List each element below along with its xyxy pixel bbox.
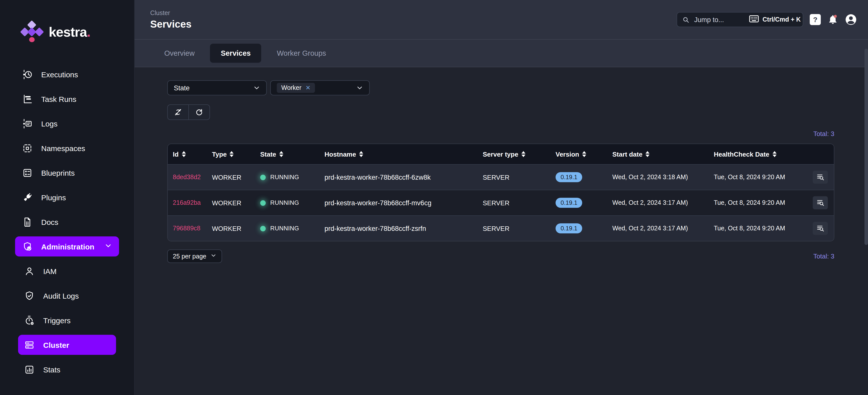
state-filter-select[interactable]: State (167, 80, 267, 95)
checkbox-list-icon (22, 167, 33, 178)
user-menu-button[interactable] (845, 13, 857, 26)
service-state: RUNNING (260, 174, 324, 181)
kestra-app: Cluster Services Ctrl/Cmd + K (0, 0, 868, 395)
topbar-actions: Ctrl/Cmd + K ? (677, 12, 857, 27)
main-area: Cluster Services Ctrl/Cmd + K (135, 0, 868, 395)
scrollbar-thumb[interactable] (865, 49, 868, 245)
sort-icon (182, 151, 186, 157)
sidebar-item-stats[interactable]: Stats (18, 359, 116, 380)
service-hostname: prd-kestra-worker-78b68ccff-mv6cg (324, 199, 483, 206)
page-title: Services (150, 18, 192, 30)
view-logs-button[interactable] (813, 222, 828, 235)
kestra-logo-icon (21, 21, 43, 43)
sidebar-item-triggers[interactable]: Triggers (18, 310, 116, 330)
column-header-version[interactable]: Version (556, 150, 612, 158)
service-version: 0.19.1 (556, 198, 612, 208)
jump-to-input[interactable] (693, 15, 745, 24)
service-type: WORKER (212, 173, 260, 181)
worker-tag-label: Worker (281, 84, 301, 91)
table-row: 796889c8 WORKER RUNNING prd-kestra-worke… (168, 215, 834, 241)
shield-account-icon (22, 241, 33, 252)
selection-icon (22, 143, 33, 153)
timeline-text-icon (22, 118, 33, 129)
version-badge: 0.19.1 (556, 223, 583, 233)
column-header-server-type[interactable]: Server type (483, 150, 556, 158)
auto-refresh-off-button[interactable] (167, 104, 189, 120)
service-hostname: prd-kestra-worker-78b68ccff-zsrfn (324, 225, 483, 232)
service-id-link[interactable]: 8ded38d2 (168, 174, 212, 181)
tab-services[interactable]: Services (210, 44, 261, 63)
sort-icon (279, 151, 283, 157)
sort-icon (646, 151, 650, 157)
sidebar-item-task-runs[interactable]: Task Runs (15, 89, 119, 109)
chart-box-icon (24, 364, 35, 375)
notification-dot (834, 15, 837, 18)
file-document-icon (22, 217, 33, 227)
sidebar-item-label: Plugins (41, 193, 66, 201)
chevron-down-icon (104, 242, 112, 251)
refresh-icon (195, 108, 204, 117)
tab-overview[interactable]: Overview (154, 44, 205, 63)
sidebar-item-docs[interactable]: Docs (15, 212, 119, 232)
kestra-logo[interactable]: kestra. (0, 0, 134, 64)
row-actions (813, 171, 834, 184)
text-search-icon (816, 198, 825, 207)
column-header-id[interactable]: Id (168, 150, 212, 158)
sidebar-item-namespaces[interactable]: Namespaces (15, 138, 119, 158)
sync-off-icon (174, 108, 182, 117)
notifications-button[interactable] (827, 14, 838, 25)
service-healthcheck-date: Tue, Oct 8, 2024 9:20 AM (714, 225, 813, 232)
tab-worker-groups[interactable]: Worker Groups (266, 44, 337, 63)
refresh-button[interactable] (188, 104, 210, 120)
sidebar-item-executions[interactable]: Executions (15, 64, 119, 84)
sidebar-item-label: Logs (41, 119, 58, 128)
service-version: 0.19.1 (556, 223, 612, 233)
column-header-start-date[interactable]: Start date (612, 150, 714, 158)
worker-filter-select[interactable]: Worker ✕ (270, 80, 370, 95)
running-dot-icon (260, 226, 266, 231)
sidebar-item-label: Stats (43, 365, 60, 374)
service-healthcheck-date: Tue, Oct 8, 2024 9:20 AM (714, 174, 813, 181)
jump-to-search[interactable]: Ctrl/Cmd + K (677, 12, 803, 27)
remove-tag-icon[interactable]: ✕ (305, 85, 310, 91)
content-area: State Worker ✕ (135, 67, 868, 263)
column-header-type[interactable]: Type (212, 150, 260, 158)
sidebar-item-label: Namespaces (41, 144, 85, 152)
column-header-healthcheck-date[interactable]: HealthCheck Date (714, 150, 813, 158)
service-id-link[interactable]: 216a92ba (168, 199, 212, 206)
account-outline-icon (24, 266, 35, 276)
per-page-select[interactable]: 25 per page (167, 250, 222, 263)
column-header-state[interactable]: State (260, 150, 324, 158)
sidebar-item-label: Docs (41, 218, 58, 226)
column-header-hostname[interactable]: Hostname (324, 150, 483, 158)
sidebar-item-administration[interactable]: Administration (15, 236, 119, 257)
sidebar-item-label: Triggers (43, 316, 70, 325)
sort-icon (359, 151, 363, 157)
sidebar-item-iam[interactable]: IAM (18, 261, 116, 281)
help-button[interactable]: ? (810, 14, 821, 25)
service-server-type: SERVER (483, 199, 556, 206)
service-state: RUNNING (260, 225, 324, 232)
service-id-link[interactable]: 796889c8 (168, 225, 212, 232)
filters: State Worker ✕ (167, 80, 834, 95)
sidebar-item-cluster[interactable]: Cluster (18, 335, 116, 355)
text-search-icon (816, 224, 825, 233)
sidebar-item-blueprints[interactable]: Blueprints (15, 163, 119, 183)
breadcrumb: Cluster (150, 9, 192, 16)
chevron-down-icon (356, 84, 363, 91)
worker-filter-tag: Worker ✕ (277, 83, 315, 93)
row-actions (813, 196, 834, 209)
running-dot-icon (260, 200, 266, 205)
sidebar-item-audit-logs[interactable]: Audit Logs (18, 286, 116, 306)
bell-icon (827, 14, 838, 25)
view-logs-button[interactable] (813, 196, 828, 209)
sidebar-item-plugins[interactable]: Plugins (15, 187, 119, 207)
sidebar-item-logs[interactable]: Logs (15, 113, 119, 133)
view-logs-button[interactable] (813, 171, 828, 184)
power-plug-icon (22, 192, 33, 202)
state-filter-label: State (174, 84, 190, 92)
sort-icon (521, 151, 525, 157)
top-header: Cluster Services Ctrl/Cmd + K (135, 0, 868, 39)
service-start-date: Wed, Oct 2, 2024 3:17 AM) (612, 225, 714, 232)
chart-gantt-icon (22, 94, 33, 104)
